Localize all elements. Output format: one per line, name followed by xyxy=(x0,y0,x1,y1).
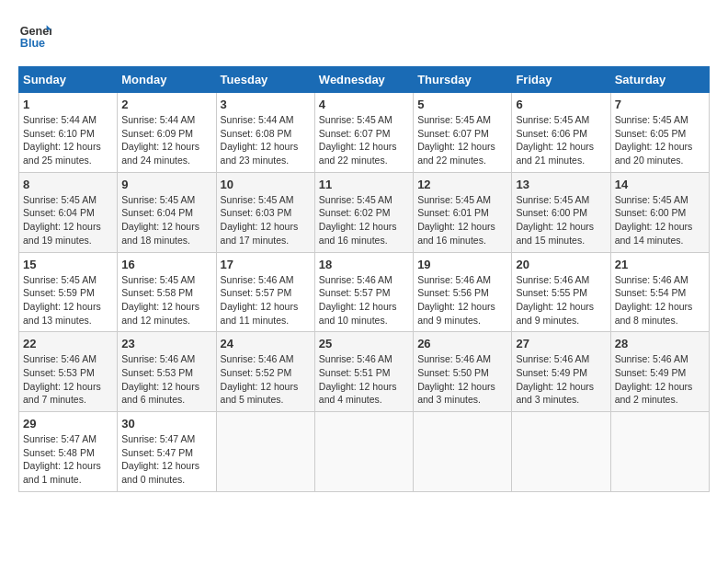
calendar-table: SundayMondayTuesdayWednesdayThursdayFrid… xyxy=(18,66,710,492)
calendar-cell: 19Sunrise: 5:46 AM Sunset: 5:56 PM Dayli… xyxy=(414,252,512,332)
day-info: Sunrise: 5:45 AM Sunset: 5:58 PM Dayligh… xyxy=(121,273,211,327)
day-number: 5 xyxy=(417,98,507,111)
day-info: Sunrise: 5:45 AM Sunset: 6:06 PM Dayligh… xyxy=(516,113,606,167)
calendar-cell: 25Sunrise: 5:46 AM Sunset: 5:51 PM Dayli… xyxy=(314,332,413,412)
col-header-tuesday: Tuesday xyxy=(216,67,314,93)
day-info: Sunrise: 5:46 AM Sunset: 5:52 PM Dayligh… xyxy=(221,352,311,407)
day-number: 14 xyxy=(615,178,705,191)
day-info: Sunrise: 5:44 AM Sunset: 6:09 PM Dayligh… xyxy=(121,113,211,167)
day-number: 12 xyxy=(417,178,507,191)
calendar-cell: 2Sunrise: 5:44 AM Sunset: 6:09 PM Daylig… xyxy=(118,93,216,173)
day-number: 21 xyxy=(615,258,705,271)
col-header-wednesday: Wednesday xyxy=(314,67,413,93)
day-info: Sunrise: 5:45 AM Sunset: 6:01 PM Dayligh… xyxy=(417,193,507,247)
day-info: Sunrise: 5:46 AM Sunset: 5:49 PM Dayligh… xyxy=(516,352,606,407)
day-info: Sunrise: 5:44 AM Sunset: 6:08 PM Dayligh… xyxy=(221,113,311,167)
day-info: Sunrise: 5:46 AM Sunset: 5:50 PM Dayligh… xyxy=(417,352,507,407)
calendar-cell: 23Sunrise: 5:46 AM Sunset: 5:53 PM Dayli… xyxy=(118,332,216,412)
day-number: 4 xyxy=(319,98,409,111)
day-number: 23 xyxy=(121,337,211,350)
day-number: 18 xyxy=(319,258,409,271)
day-number: 25 xyxy=(319,337,409,350)
calendar-cell xyxy=(216,412,314,492)
calendar-cell: 16Sunrise: 5:45 AM Sunset: 5:58 PM Dayli… xyxy=(118,252,216,332)
day-info: Sunrise: 5:45 AM Sunset: 6:04 PM Dayligh… xyxy=(121,193,211,247)
day-number: 20 xyxy=(516,258,606,271)
day-number: 17 xyxy=(221,258,311,271)
col-header-saturday: Saturday xyxy=(610,67,709,93)
calendar-header-row: SundayMondayTuesdayWednesdayThursdayFrid… xyxy=(19,67,710,93)
day-info: Sunrise: 5:46 AM Sunset: 5:53 PM Dayligh… xyxy=(121,352,211,407)
day-number: 15 xyxy=(23,258,113,271)
calendar-cell: 13Sunrise: 5:45 AM Sunset: 6:00 PM Dayli… xyxy=(512,172,610,252)
day-number: 1 xyxy=(23,98,113,111)
col-header-thursday: Thursday xyxy=(414,67,512,93)
calendar-cell: 4Sunrise: 5:45 AM Sunset: 6:07 PM Daylig… xyxy=(314,93,413,173)
col-header-friday: Friday xyxy=(512,67,610,93)
calendar-cell xyxy=(414,412,512,492)
calendar-cell: 14Sunrise: 5:45 AM Sunset: 6:00 PM Dayli… xyxy=(610,172,709,252)
day-info: Sunrise: 5:46 AM Sunset: 5:54 PM Dayligh… xyxy=(615,273,705,327)
day-info: Sunrise: 5:46 AM Sunset: 5:49 PM Dayligh… xyxy=(615,352,705,407)
day-number: 11 xyxy=(319,178,409,191)
calendar-cell: 1Sunrise: 5:44 AM Sunset: 6:10 PM Daylig… xyxy=(19,93,118,173)
calendar-cell: 30Sunrise: 5:47 AM Sunset: 5:47 PM Dayli… xyxy=(118,412,216,492)
calendar-cell: 7Sunrise: 5:45 AM Sunset: 6:05 PM Daylig… xyxy=(610,93,709,173)
page-header: General Blue xyxy=(18,18,710,52)
calendar-cell: 21Sunrise: 5:46 AM Sunset: 5:54 PM Dayli… xyxy=(610,252,709,332)
day-number: 3 xyxy=(221,98,311,111)
day-info: Sunrise: 5:45 AM Sunset: 6:00 PM Dayligh… xyxy=(615,193,705,247)
day-number: 29 xyxy=(23,417,113,431)
day-info: Sunrise: 5:45 AM Sunset: 6:03 PM Dayligh… xyxy=(221,193,311,247)
calendar-cell: 10Sunrise: 5:45 AM Sunset: 6:03 PM Dayli… xyxy=(216,172,314,252)
calendar-cell xyxy=(610,412,709,492)
calendar-cell xyxy=(512,412,610,492)
day-number: 24 xyxy=(221,337,311,350)
day-info: Sunrise: 5:45 AM Sunset: 6:07 PM Dayligh… xyxy=(417,113,507,167)
calendar-cell: 9Sunrise: 5:45 AM Sunset: 6:04 PM Daylig… xyxy=(118,172,216,252)
logo: General Blue xyxy=(18,18,59,52)
day-number: 22 xyxy=(23,337,113,350)
calendar-cell: 17Sunrise: 5:46 AM Sunset: 5:57 PM Dayli… xyxy=(216,252,314,332)
calendar-cell: 6Sunrise: 5:45 AM Sunset: 6:06 PM Daylig… xyxy=(512,93,610,173)
day-info: Sunrise: 5:45 AM Sunset: 6:07 PM Dayligh… xyxy=(319,113,409,167)
day-number: 2 xyxy=(121,98,211,111)
day-number: 26 xyxy=(417,337,507,350)
calendar-cell: 28Sunrise: 5:46 AM Sunset: 5:49 PM Dayli… xyxy=(610,332,709,412)
calendar-cell: 24Sunrise: 5:46 AM Sunset: 5:52 PM Dayli… xyxy=(216,332,314,412)
logo-icon: General Blue xyxy=(18,18,51,52)
calendar-cell: 29Sunrise: 5:47 AM Sunset: 5:48 PM Dayli… xyxy=(19,412,118,492)
day-info: Sunrise: 5:45 AM Sunset: 5:59 PM Dayligh… xyxy=(23,273,113,327)
day-info: Sunrise: 5:46 AM Sunset: 5:57 PM Dayligh… xyxy=(221,273,311,327)
calendar-cell: 12Sunrise: 5:45 AM Sunset: 6:01 PM Dayli… xyxy=(414,172,512,252)
day-number: 27 xyxy=(516,337,606,350)
calendar-cell: 5Sunrise: 5:45 AM Sunset: 6:07 PM Daylig… xyxy=(414,93,512,173)
calendar-cell: 8Sunrise: 5:45 AM Sunset: 6:04 PM Daylig… xyxy=(19,172,118,252)
day-number: 13 xyxy=(516,178,606,191)
day-number: 28 xyxy=(615,337,705,350)
day-info: Sunrise: 5:47 AM Sunset: 5:47 PM Dayligh… xyxy=(121,432,211,487)
day-info: Sunrise: 5:46 AM Sunset: 5:57 PM Dayligh… xyxy=(319,273,409,327)
day-info: Sunrise: 5:45 AM Sunset: 6:05 PM Dayligh… xyxy=(615,113,705,167)
calendar-cell: 22Sunrise: 5:46 AM Sunset: 5:53 PM Dayli… xyxy=(19,332,118,412)
calendar-cell: 20Sunrise: 5:46 AM Sunset: 5:55 PM Dayli… xyxy=(512,252,610,332)
calendar-cell: 27Sunrise: 5:46 AM Sunset: 5:49 PM Dayli… xyxy=(512,332,610,412)
calendar-cell xyxy=(314,412,413,492)
svg-text:Blue: Blue xyxy=(20,37,45,50)
day-number: 10 xyxy=(221,178,311,191)
day-number: 9 xyxy=(121,178,211,191)
day-info: Sunrise: 5:46 AM Sunset: 5:51 PM Dayligh… xyxy=(319,352,409,407)
calendar-week-5: 29Sunrise: 5:47 AM Sunset: 5:48 PM Dayli… xyxy=(19,412,710,492)
day-number: 6 xyxy=(516,98,606,111)
calendar-week-2: 8Sunrise: 5:45 AM Sunset: 6:04 PM Daylig… xyxy=(19,172,710,252)
day-info: Sunrise: 5:47 AM Sunset: 5:48 PM Dayligh… xyxy=(23,432,113,487)
day-info: Sunrise: 5:46 AM Sunset: 5:56 PM Dayligh… xyxy=(417,273,507,327)
day-info: Sunrise: 5:44 AM Sunset: 6:10 PM Dayligh… xyxy=(23,113,113,167)
day-number: 7 xyxy=(615,98,705,111)
day-number: 8 xyxy=(23,178,113,191)
calendar-week-1: 1Sunrise: 5:44 AM Sunset: 6:10 PM Daylig… xyxy=(19,93,710,173)
day-number: 16 xyxy=(121,258,211,271)
calendar-cell: 3Sunrise: 5:44 AM Sunset: 6:08 PM Daylig… xyxy=(216,93,314,173)
day-info: Sunrise: 5:45 AM Sunset: 6:02 PM Dayligh… xyxy=(319,193,409,247)
calendar-week-4: 22Sunrise: 5:46 AM Sunset: 5:53 PM Dayli… xyxy=(19,332,710,412)
